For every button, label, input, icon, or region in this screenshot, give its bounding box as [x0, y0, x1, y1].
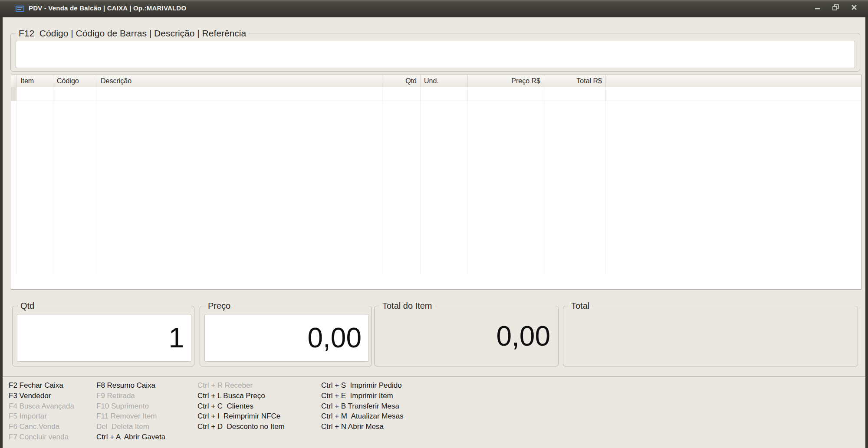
close-button[interactable] [849, 3, 859, 12]
close-icon [851, 4, 858, 11]
row-selector-header [11, 75, 17, 87]
shortcut-ctrl-a-abrir-gaveta[interactable]: Ctrl + A Abrir Gaveta [96, 432, 165, 442]
app-icon [16, 5, 24, 12]
column-header-codigo[interactable]: Código [53, 75, 97, 87]
product-search-legend: F12 Código | Código de Barras | Descriçã… [16, 27, 249, 39]
table-row[interactable] [11, 87, 861, 101]
window-title: PDV - Venda de Balcão | CAIXA | Op.:MARI… [29, 4, 186, 13]
shortcut-del-deleta-item: Del Deleta Item [96, 422, 165, 432]
qtd-label: Qtd [18, 300, 37, 312]
shortcut-f4-busca-avancada: F4 Busca Avançada [9, 401, 74, 412]
shortcut-ctrl-m-atualizar-mesas[interactable]: Ctrl + M Atualizar Mesas [321, 411, 403, 422]
shortcut-ctrl-r-receber: Ctrl + R Receber [197, 380, 285, 391]
shortcut-ctrl-b-transferir-mesa[interactable]: Ctrl + B Transferir Mesa [321, 401, 403, 412]
shortcut-f8-resumo-caixa[interactable]: F8 Resumo Caixa [96, 380, 165, 391]
restore-button[interactable] [831, 3, 841, 12]
shortcut-ctrl-s-imprimir-pedido[interactable]: Ctrl + S Imprimir Pedido [321, 380, 403, 391]
shortcut-ctrl-e-imprimir-item[interactable]: Ctrl + E Imprimir Item [321, 391, 403, 401]
qtd-group: Qtd 1 [12, 306, 194, 366]
product-search-input[interactable] [16, 41, 855, 68]
total-do-item-label: Total do Item [380, 300, 435, 312]
items-table[interactable]: Item Código Descrição Qtd Und. Preço R$ … [11, 75, 861, 290]
restore-icon [832, 4, 840, 11]
shortcut-f6-canc-venda: F6 Canc.Venda [9, 422, 74, 432]
column-header-preco[interactable]: Preço R$ [468, 75, 544, 87]
shortcut-ctrl-i-reimprimir-nfce[interactable]: Ctrl + I Reimprimir NFCe [197, 411, 285, 422]
shortcut-f9-retirada: F9 Retirada [96, 391, 165, 401]
qtd-field[interactable]: 1 [17, 314, 191, 362]
shortcut-column-1: F2 Fechar Caixa F3 Vendedor F4 Busca Ava… [9, 380, 74, 442]
minimize-button[interactable] [812, 3, 823, 12]
window-frame-left [0, 0, 3, 448]
total-group: Total [563, 306, 858, 366]
table-empty-grid [11, 101, 861, 275]
shortcut-f3-vendedor[interactable]: F3 Vendedor [9, 391, 74, 401]
total-do-item-value: 0,00 [379, 312, 550, 360]
items-table-header: Item Código Descrição Qtd Und. Preço R$ … [11, 75, 861, 87]
column-header-descricao[interactable]: Descrição [97, 75, 382, 87]
column-header-item[interactable]: Item [17, 75, 53, 87]
total-value [568, 312, 850, 360]
shortcut-ctrl-n-abrir-mesa[interactable]: Ctrl + N Abrir Mesa [321, 422, 403, 432]
column-header-und[interactable]: Und. [421, 75, 468, 87]
shortcut-f10-suprimento: F10 Suprimento [96, 401, 165, 412]
shortcut-f2-fechar-caixa[interactable]: F2 Fechar Caixa [9, 380, 74, 391]
minimize-icon [814, 4, 821, 11]
shortcut-column-3: Ctrl + R Receber Ctrl + L Busca Preço Ct… [197, 380, 285, 432]
shortcut-ctrl-l-busca-preco[interactable]: Ctrl + L Busca Preço [197, 391, 285, 401]
shortcut-ctrl-c-clientes[interactable]: Ctrl + C Clientes [197, 401, 285, 412]
footer-separator [3, 376, 865, 377]
preco-label: Preço [205, 300, 233, 312]
total-do-item-group: Total do Item 0,00 [374, 306, 559, 366]
column-header-qtd[interactable]: Qtd [382, 75, 421, 87]
window-frame-right [865, 0, 868, 448]
preco-field[interactable]: 0,00 [204, 314, 369, 362]
column-header-total[interactable]: Total R$ [544, 75, 606, 87]
titlebar[interactable]: PDV - Venda de Balcão | CAIXA | Op.:MARI… [0, 0, 868, 17]
window-controls [812, 3, 859, 12]
total-label: Total [569, 300, 592, 312]
shortcut-f5-importar: F5 Importar [9, 411, 74, 422]
shortcut-f11-remover-item: F11 Remover Item [96, 411, 165, 422]
product-search-group: F12 Código | Código de Barras | Descriçã… [10, 33, 860, 72]
shortcut-column-4: Ctrl + S Imprimir Pedido Ctrl + E Imprim… [321, 380, 403, 432]
shortcut-column-2: F8 Resumo Caixa F9 Retirada F10 Suprimen… [96, 380, 165, 442]
row-selector[interactable] [11, 87, 17, 101]
shortcut-ctrl-d-desconto-no-item[interactable]: Ctrl + D Desconto no Item [197, 422, 285, 432]
shortcut-f7-concluir-venda: F7 Concluir venda [9, 432, 74, 442]
preco-group: Preço 0,00 [200, 306, 372, 366]
